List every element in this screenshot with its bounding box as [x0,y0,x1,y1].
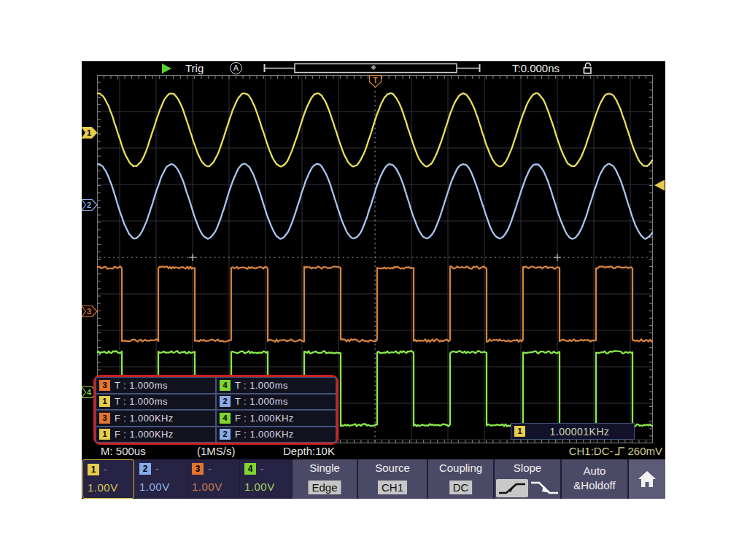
measurement-value: F : 1.000KHz [115,413,174,424]
coupling-label: Coupling [428,462,493,474]
ch1-coupling: - [104,464,107,475]
ch2-badge: 2 [139,463,151,475]
trigger-level-marker[interactable] [654,179,665,191]
measurement-cell: 2F : 1.000KHz [216,427,336,443]
measurement-channel-badge: 2 [220,396,231,407]
measurement-value: F : 1.000KHz [115,429,174,440]
bottom-menu-bar: 1 - 1.00V 2 - 1.00V 3 - 1.00V 4 - 1.00V … [82,459,665,499]
menu-auto-holdoff[interactable]: Auto &Holdoff [562,459,627,499]
measurement-value: T : 1.000ms [115,396,168,407]
freq-counter-channel-badge: 1 [514,426,525,437]
measurement-overlay: 3T : 1.000ms4T : 1.000ms1T : 1.000ms2T :… [93,375,338,445]
trig-label: Trig [185,61,204,75]
svg-text:3: 3 [87,307,91,316]
measurement-channel-badge: 1 [99,396,110,407]
trigger-source-coupling: CH1:DC- [569,445,614,457]
menu-coupling[interactable]: Coupling DC [428,459,493,499]
measurement-cell: 4T : 1.000ms [216,377,336,394]
sample-rate-readout: (1MS/s) [197,445,236,457]
channel-3-button[interactable]: 3 - 1.00V [187,459,239,499]
home-button[interactable] [629,459,665,499]
ch3-scale: 1.00V [192,481,222,493]
screenshot-root: Trig A T:0.000ns T 1 [0,0,747,560]
auto-label: Auto [562,464,627,477]
ch3-level-marker[interactable]: 3 [82,306,98,317]
measurement-value: T : 1.000ms [235,380,288,391]
trigger-position-marker[interactable]: T [369,75,382,88]
menu-single-edge[interactable]: Single Edge [293,459,357,499]
ch3-coupling: - [208,463,212,475]
channel-4-button[interactable]: 4 - 1.00V [240,459,292,499]
single-value-chip: Edge [308,481,341,494]
measurement-cell: 1F : 1.000KHz [96,427,216,443]
measurement-channel-badge: 1 [99,429,110,440]
source-label: Source [358,462,427,474]
measurement-channel-badge: 3 [99,413,110,424]
rising-edge-icon [614,446,626,456]
svg-text:T: T [373,77,377,85]
ch2-coupling: - [155,463,159,475]
freq-counter-value: 1.00001KHz [525,426,634,438]
ch1-scale: 1.00V [88,481,118,494]
measurement-value: F : 1.000KHz [235,429,294,440]
single-label: Single [293,462,357,474]
measurement-value: T : 1.000ms [115,380,168,391]
measurement-value: T : 1.000ms [235,396,288,407]
status-bar: M: 500us (1MS/s) Depth:10K CH1:DC- 260mV [82,443,665,459]
slope-rising-selected[interactable] [496,479,528,497]
coupling-value-chip: DC [449,481,473,494]
holdoff-label: &Holdoff [562,479,627,491]
ch1-badge: 1 [88,464,99,475]
channel-1-button[interactable]: 1 - 1.00V [82,459,134,499]
measurement-channel-badge: 4 [220,413,231,424]
run-play-icon [162,63,171,74]
slope-label: Slope [495,462,560,474]
measurement-channel-badge: 4 [220,380,231,391]
ch2-scale: 1.00V [139,481,170,493]
timebase-readout: M: 500us [101,445,146,457]
frequency-counter: 1 1.00001KHz [511,423,635,440]
trigger-time-offset: T:0.000ns [512,61,560,75]
ch1-level-marker[interactable]: 1 [82,127,98,139]
trigger-level-readout: 260mV [627,445,662,457]
auto-trigger-icon: A [230,62,242,74]
measurement-cell: 3F : 1.000KHz [96,410,216,427]
trigger-status-readout: CH1:DC- 260mV [569,445,662,457]
falling-slope-icon[interactable] [530,480,560,497]
oscilloscope-screen: Trig A T:0.000ns T 1 [82,61,665,499]
ch4-badge: 4 [244,463,256,475]
unlock-icon[interactable] [581,62,594,75]
measurement-value: F : 1.000KHz [235,413,294,424]
measurement-cell: 3T : 1.000ms [96,377,216,394]
ch3-badge: 3 [192,463,204,475]
source-value-chip: CH1 [378,481,407,494]
measurement-cell: 2T : 1.000ms [216,394,336,411]
svg-text:1: 1 [87,128,91,137]
svg-text:2: 2 [87,201,91,209]
ch4-coupling: - [260,463,264,475]
measurement-cell: 1T : 1.000ms [96,394,216,411]
horizontal-position-indicator[interactable] [263,61,481,75]
menu-source[interactable]: Source CH1 [358,459,427,499]
measurement-channel-badge: 2 [220,429,231,440]
menu-slope[interactable]: Slope [495,459,560,499]
channel-2-button[interactable]: 2 - 1.00V [135,459,187,499]
measurement-cell: 4F : 1.000KHz [216,410,336,427]
rising-slope-icon [496,479,528,497]
ch2-level-marker[interactable]: 2 [82,199,98,211]
measurement-channel-badge: 3 [99,380,110,391]
position-marker-icon [371,65,376,70]
memory-depth-readout: Depth:10K [283,445,335,457]
ch4-scale: 1.00V [244,481,275,493]
home-icon [638,470,657,488]
svg-text:4: 4 [87,388,92,397]
